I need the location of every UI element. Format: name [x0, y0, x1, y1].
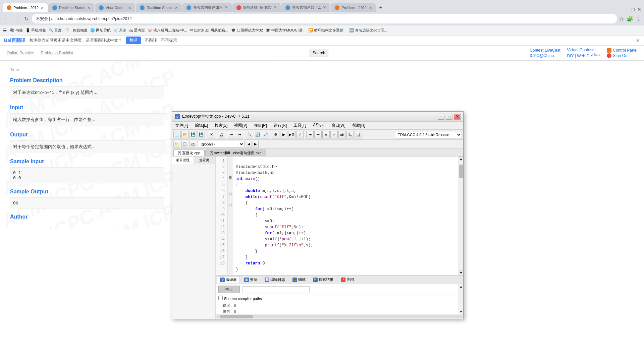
bookmark-item[interactable]: 🎓 中国大学MOOC(慕...	[266, 28, 306, 33]
online-practice-link[interactable]: Online Practice	[7, 51, 34, 55]
toolbar-close-btn[interactable]: ✕	[208, 131, 215, 138]
menu-view[interactable]: 视图[V]	[231, 122, 251, 129]
toolbar-replace-btn[interactable]: 🔄	[254, 131, 261, 138]
bookmark-item[interactable]: 🛒 京东	[113, 28, 126, 33]
more-icon[interactable]: ⋮	[636, 16, 641, 22]
menu-window[interactable]: 窗口[W]	[328, 122, 349, 129]
bottom-tab-compiler[interactable]: ⚙ 编译器	[217, 276, 240, 283]
contest-livecast-link[interactable]: Contest LiveCast	[530, 48, 560, 53]
toolbar-open-btn[interactable]: 📂	[181, 131, 189, 138]
menu-astyle[interactable]: AStyle	[310, 122, 328, 129]
bookmarks-manager-icon[interactable]: ☰	[3, 28, 7, 33]
diy-link[interactable]: DIY | Web-DIY beta	[567, 53, 600, 58]
bottom-tab-debug[interactable]: 🐛 调试	[289, 276, 309, 283]
bookmark-item[interactable]: 🌐 网址导航	[90, 28, 111, 33]
file-tab-1[interactable]: [*] switch和if...else语句使用.exe	[205, 149, 266, 156]
toolbar-print-btn[interactable]: 🖨	[218, 131, 225, 138]
bookmark-item[interactable]: 🔁 循环结构之多重循...	[308, 28, 346, 33]
toolbar-run-btn[interactable]: ▶	[280, 131, 287, 138]
control-panel-link[interactable]: Control Panel	[607, 48, 637, 53]
code-text[interactable]: #include<stdio.h> #include<math.h> int m…	[233, 157, 459, 275]
left-tab-class[interactable]: 查看类	[194, 157, 216, 164]
tab-view-code[interactable]: View Code ✕	[95, 3, 135, 12]
tab-realtime-status-2[interactable]: Realtime Status ✕	[136, 3, 182, 12]
toolbar-undo-btn[interactable]: ↩	[228, 131, 235, 138]
file-tab-0[interactable]: [*] 宝批龙.cpp	[173, 149, 205, 156]
menu-project[interactable]: 项目[P]	[251, 122, 270, 129]
bottom-scroll-up[interactable]: ▲	[459, 284, 463, 289]
refresh-btn[interactable]: ↻	[23, 14, 30, 23]
shorten-paths-checkbox[interactable]	[218, 296, 223, 300]
tab-problem-2011[interactable]: Problem - 2011 ✕	[331, 3, 376, 12]
tab-close-btn[interactable]: ✕	[323, 5, 326, 10]
compile-output-path[interactable]	[243, 286, 310, 293]
scroll-up-btn[interactable]: ▲	[459, 157, 464, 161]
address-input[interactable]	[32, 14, 617, 23]
stop-compile-btn[interactable]: 中止	[218, 286, 240, 293]
menu-file[interactable]: 文件[F]	[172, 122, 192, 129]
tab-close-btn[interactable]: ✕	[274, 5, 277, 10]
toolbar-class-btn[interactable]: 🗂	[190, 141, 196, 147]
toolbar-chart-btn[interactable]: 📊	[355, 131, 362, 138]
bookmark-item[interactable]: 🔍 百度一下，你就知道	[49, 28, 88, 33]
bookmark-item[interactable]: 🐷 猪八戒网上海站-中...	[148, 28, 187, 33]
search-btn[interactable]: Search	[310, 49, 328, 57]
bookmark-icon[interactable]: ☆	[619, 16, 624, 22]
nav-next-btn[interactable]: ▶	[253, 141, 259, 147]
bookmark-item[interactable]: 📱 手机书签	[25, 28, 46, 33]
toolbar-findall-btn[interactable]: 🔎	[262, 131, 269, 138]
tab-weibo[interactable]: (9条消息) 多项式· ✕	[232, 3, 281, 12]
virtual-contests-link[interactable]: Virtual Contests	[567, 48, 600, 52]
toolbar-save-btn[interactable]: 💾	[190, 131, 197, 138]
translate-btn[interactable]: 翻译	[126, 37, 141, 44]
bottom-tab-close[interactable]: ✕ 关闭	[338, 276, 357, 283]
tab-problem-2012[interactable]: Problem - 2012 ✕	[3, 3, 48, 12]
toolbar-debug-btn[interactable]: 🐛	[346, 131, 354, 138]
sign-out-link[interactable]: Sign Out	[607, 53, 637, 58]
scroll-thumb[interactable]	[459, 165, 463, 178]
left-tab-project[interactable]: 项目管理	[172, 157, 194, 164]
bottom-tab-log[interactable]: 📊 编译日志	[262, 276, 288, 283]
menu-run[interactable]: 运行[R]	[270, 122, 290, 129]
bookmark-item[interactable]: 🎓 江西师范大学02	[231, 28, 263, 33]
no-translate-btn[interactable]: 不翻译	[145, 38, 157, 43]
extensions-icon[interactable]: 🧩	[627, 16, 633, 22]
globals-combo[interactable]: (globals)	[198, 141, 245, 147]
toolbar-find-btn[interactable]: 🔍	[246, 131, 253, 138]
toolbar-compilerun-btn[interactable]: ▶⚙	[288, 131, 296, 138]
scroll-track[interactable]	[459, 161, 463, 270]
scroll-down-btn[interactable]: ▼	[459, 270, 464, 275]
bottom-tab-search[interactable]: 🔍 搜索结果	[310, 276, 336, 283]
h-scroll-track[interactable]	[216, 315, 463, 318]
tab-close-btn[interactable]: ✕	[175, 6, 178, 10]
bottom-h-scrollbar[interactable]	[216, 314, 463, 319]
bookmark-item[interactable]: 🛍 爱淘宝	[129, 28, 145, 33]
tab-close-btn[interactable]: ✕	[87, 6, 90, 10]
bottom-scroll-down[interactable]: ▼	[459, 309, 463, 314]
tab-close-btn[interactable]: ✕	[128, 6, 131, 10]
toolbar-resource-btn[interactable]: 📋	[181, 141, 188, 147]
menu-tools[interactable]: 工具[T]	[290, 122, 310, 129]
menu-search[interactable]: 搜索[S]	[211, 122, 231, 129]
toolbar-check-btn[interactable]: ✓	[296, 131, 304, 138]
tab-poly-2[interactable]: 多项式描述如下:1 ✕	[281, 3, 330, 12]
menu-help[interactable]: 帮助[H]	[349, 122, 369, 129]
bookmark-item[interactable]: ✉ (1封未读) 网易邮箱...	[190, 28, 228, 33]
toolbar-redo-btn[interactable]: ↪	[236, 131, 243, 138]
toolbar-save-all-btn[interactable]: 💾	[198, 131, 205, 138]
bottom-tab-resources[interactable]: 📋 资源	[241, 276, 260, 283]
toolbar-compile-btn[interactable]: ⚙	[272, 131, 279, 138]
close-window-btn[interactable]: ✕	[637, 7, 641, 12]
close-translation-bar-btn[interactable]: ✕	[636, 38, 640, 43]
devcpp-minimize-btn[interactable]: ─	[438, 114, 444, 120]
toolbar-project-btn[interactable]: 📁	[173, 141, 180, 147]
menu-edit[interactable]: 编辑[E]	[192, 122, 211, 129]
toolbar-syntax-check-btn[interactable]: ✓	[330, 131, 338, 138]
toolbar-abbrev-btn[interactable]: ab	[338, 131, 346, 138]
icpc-china-link[interactable]: ICPC@China	[530, 53, 560, 58]
tab-realtime-status[interactable]: Realtime Status ✕	[48, 3, 94, 12]
toolbar-indent-btn[interactable]: ⇥	[306, 131, 314, 138]
code-editor[interactable]: 12345 678910 1112131415 161718 ⊟ ⊟ ⊟	[216, 157, 463, 275]
toolbar-new-btn[interactable]: 📄	[173, 131, 181, 138]
compiler-select[interactable]: TDM-GCC 4.9.2 64-bit Release	[395, 131, 462, 138]
